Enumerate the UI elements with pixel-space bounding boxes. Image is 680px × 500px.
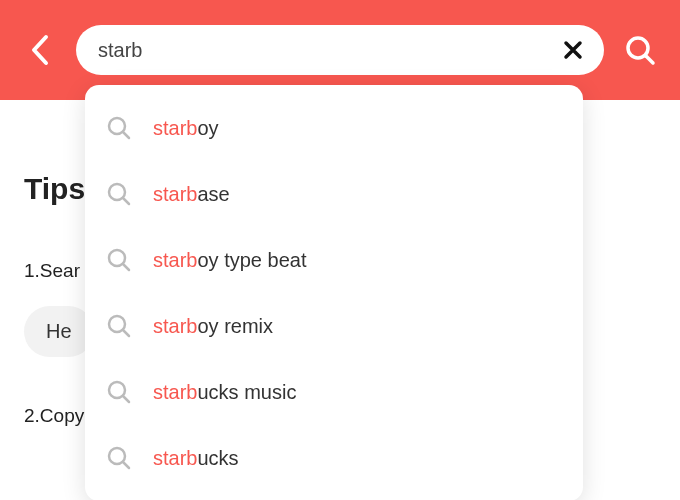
suggestion-item[interactable]: starbucks music <box>85 359 583 425</box>
suggestion-rest: oy remix <box>197 315 273 337</box>
search-box <box>76 25 604 75</box>
search-icon <box>105 246 133 274</box>
suggestion-rest: oy <box>197 117 218 139</box>
suggestion-chip[interactable]: He <box>24 306 94 357</box>
suggestion-item[interactable]: starboy type beat <box>85 227 583 293</box>
search-icon <box>105 180 133 208</box>
suggestion-text: starbucks <box>153 447 239 470</box>
suggestion-item[interactable]: starboy <box>85 95 583 161</box>
close-icon <box>562 39 584 61</box>
suggestion-item[interactable]: starbase <box>85 161 583 227</box>
search-icon <box>105 114 133 142</box>
suggestion-text: starboy <box>153 117 219 140</box>
suggestion-highlight: starb <box>153 381 197 403</box>
suggestion-text: starbucks music <box>153 381 296 404</box>
search-input[interactable] <box>98 39 556 62</box>
clear-search-button[interactable] <box>556 33 590 67</box>
suggestion-text: starbase <box>153 183 230 206</box>
suggestion-highlight: starb <box>153 117 197 139</box>
suggestion-highlight: starb <box>153 249 197 271</box>
back-button[interactable] <box>20 30 60 70</box>
suggestion-highlight: starb <box>153 315 197 337</box>
search-button[interactable] <box>620 30 660 70</box>
suggestion-item[interactable]: starbucks <box>85 425 583 491</box>
suggestion-text: starboy remix <box>153 315 273 338</box>
search-icon <box>624 34 656 66</box>
suggestion-rest: oy type beat <box>197 249 306 271</box>
suggestions-panel: starboystarbasestarboy type beatstarboy … <box>85 85 583 500</box>
suggestion-text: starboy type beat <box>153 249 306 272</box>
search-icon <box>105 378 133 406</box>
chevron-left-icon <box>29 33 51 67</box>
suggestion-highlight: starb <box>153 183 197 205</box>
suggestion-highlight: starb <box>153 447 197 469</box>
suggestion-rest: ucks <box>197 447 238 469</box>
search-icon <box>105 312 133 340</box>
suggestion-rest: ucks music <box>197 381 296 403</box>
suggestion-rest: ase <box>197 183 229 205</box>
suggestion-item[interactable]: starboy remix <box>85 293 583 359</box>
search-icon <box>105 444 133 472</box>
